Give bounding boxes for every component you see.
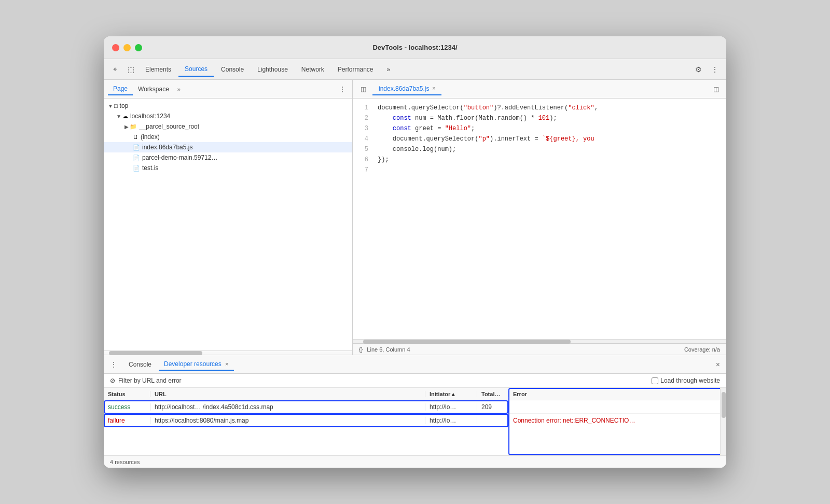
select-element-icon[interactable]: ⬚ [123,62,138,77]
load-through-website-checkbox[interactable]: Load through website [652,377,720,384]
editor-tab-label: index.86da7ba5.js [379,85,429,92]
arrow-down-icon: ▼ [116,114,121,119]
tree-item-test[interactable]: 📄 test.is [104,163,352,173]
code-scrollbar-thumb[interactable] [363,340,571,344]
load-through-website-input[interactable] [652,377,658,384]
resource-count: 4 resources [110,459,140,465]
tab-lighthouse[interactable]: Lighthouse [251,63,294,76]
blank-file-icon: 🗋 [133,134,139,140]
js-file-icon-2: 📄 [133,155,140,161]
devtools-window: DevTools - localhost:1234/ ⌖ ⬚ Elements … [104,36,726,468]
js-file-icon-3: 📄 [133,165,140,172]
th-url: URL [150,391,425,397]
tree-item-index-js[interactable]: 📄 index.86da7ba5.js [104,142,352,152]
editor-tabs: ◫ index.86da7ba5.js × ◫ [353,80,726,99]
tree-item-top[interactable]: ▼ □ top [104,101,352,111]
code-line-3: const greet = "Hello"; [374,123,726,134]
editor-statusbar: {} Line 6, Column 4 Coverage: n/a [353,343,726,355]
left-panel-scrollbar [104,351,352,355]
filter-icon: ⊘ [110,377,115,384]
file-tree: ▼ □ top ▼ ☁ localhost:1234 ▶ 📁 _ [104,99,352,351]
tree-item-parcel-root[interactable]: ▶ 📁 __parcel_source_root [104,121,352,132]
folder-icon: □ [114,103,118,109]
cloud-icon: ☁ [122,113,128,120]
code-line-2: const num = Math.floor(Math.random() * 1… [374,113,726,123]
td-status-1: success [104,403,150,411]
js-file-icon: 📄 [133,144,140,151]
resources-layout: Status URL Initiator▲ Total… success htt… [104,388,726,455]
filter-label: Filter by URL and error [118,377,182,384]
td-initiator-2: http://lo… [425,417,477,424]
editor-sidebar-right-icon[interactable]: ◫ [710,83,722,95]
format-icon: {} [359,346,363,353]
th-initiator: Initiator▲ [425,391,477,397]
main-toolbar: ⌖ ⬚ Elements Sources Console Lighthouse … [104,59,726,80]
error-row-1[interactable] [509,400,726,414]
devresources-tab-close[interactable]: × [225,361,228,367]
code-area: 1 2 3 4 5 6 7 document.querySelector("bu… [353,99,726,339]
th-error: Error [509,391,531,397]
arrow-right-icon: ▶ [125,124,129,130]
right-resources: Error Connection error: net::ERR_CONNECT… [508,388,726,455]
error-row-2[interactable]: Connection error: net::ERR_CONNECTIO… [509,414,726,427]
td-url-1: http://localhost… /index.4a508c1d.css.ma… [150,403,425,411]
tab-page[interactable]: Page [108,83,133,95]
close-button[interactable] [112,44,119,51]
coverage-label: Coverage: n/a [684,346,720,353]
tab-more[interactable]: » [381,63,397,76]
tab-sources[interactable]: Sources [178,62,214,77]
code-line-1: document.querySelector("button")?.addEve… [374,103,726,113]
table-row-1[interactable]: success http://localhost… /index.4a508c1… [104,400,508,414]
th-total: Total… [477,391,508,397]
editor-tab-indexjs[interactable]: index.86da7ba5.js × [372,83,441,95]
traffic-lights [112,44,142,51]
titlebar: DevTools - localhost:1234/ [104,36,726,59]
table-row-2[interactable]: failure https://localhost:8080/main.js.m… [104,414,508,427]
td-initiator-1: http://lo… [425,403,477,411]
td-error-2: Connection error: net::ERR_CONNECTIO… [509,417,639,424]
tab-elements[interactable]: Elements [139,63,177,76]
tree-item-parcel-demo[interactable]: 📄 parcel-demo-main.59712… [104,152,352,163]
code-content[interactable]: document.querySelector("button")?.addEve… [374,99,726,339]
sidebar-toggle-icon[interactable]: ◫ [357,83,369,95]
code-horizontal-scrollbar[interactable] [353,339,726,343]
bottom-tab-console[interactable]: Console [123,359,157,370]
filter-bar: ⊘ Filter by URL and error Load through w… [104,374,726,388]
bottom-tab-devresources[interactable]: Developer resources × [159,358,234,371]
folder-icon: 📁 [130,123,137,130]
line-numbers: 1 2 3 4 5 6 7 [353,99,374,339]
left-panel-kebab[interactable]: ⋮ [337,83,348,95]
tab-more-left[interactable]: » [174,84,184,94]
cursor-icon[interactable]: ⌖ [108,62,122,77]
td-status-2: failure [104,417,150,424]
tab-network[interactable]: Network [295,63,330,76]
left-panel-tabs: Page Workspace » ⋮ [104,80,352,99]
tree-item-index[interactable]: 🗋 (index) [104,132,352,142]
left-resources: Status URL Initiator▲ Total… success htt… [104,388,508,455]
fullscreen-button[interactable] [135,44,142,51]
kebab-icon[interactable]: ⋮ [708,62,722,77]
minimize-button[interactable] [123,44,131,51]
main-layout: Page Workspace » ⋮ ▼ □ top ▼ ☁ localhost… [104,80,726,355]
editor-tab-close[interactable]: × [432,86,435,91]
bottom-panel: ⋮ Console Developer resources × × ⊘ Filt… [104,355,726,468]
table-header: Status URL Initiator▲ Total… [104,388,508,400]
bottom-tabs: ⋮ Console Developer resources × × [104,355,726,374]
tab-performance[interactable]: Performance [331,63,380,76]
gear-icon[interactable]: ⚙ [691,62,706,77]
td-url-2: https://localhost:8080/main.js.map [150,417,425,424]
resources-footer: 4 resources [104,455,726,468]
tab-workspace[interactable]: Workspace [133,83,174,95]
bottom-panel-close[interactable]: × [714,358,722,371]
th-status: Status [104,391,150,397]
code-line-5: console.log(num); [374,144,726,155]
left-panel: Page Workspace » ⋮ ▼ □ top ▼ ☁ localhost… [104,80,353,355]
tree-item-localhost[interactable]: ▼ ☁ localhost:1234 [104,111,352,121]
window-title: DevTools - localhost:1234/ [372,44,457,51]
tab-console[interactable]: Console [215,63,250,76]
code-line-6: }); [374,155,726,165]
h-scrollbar-thumb[interactable] [109,351,202,355]
arrow-down-icon: ▼ [108,103,113,109]
code-line-4: document.querySelector("p").innerText = … [374,134,726,144]
bottom-kebab-icon[interactable]: ⋮ [108,358,119,371]
